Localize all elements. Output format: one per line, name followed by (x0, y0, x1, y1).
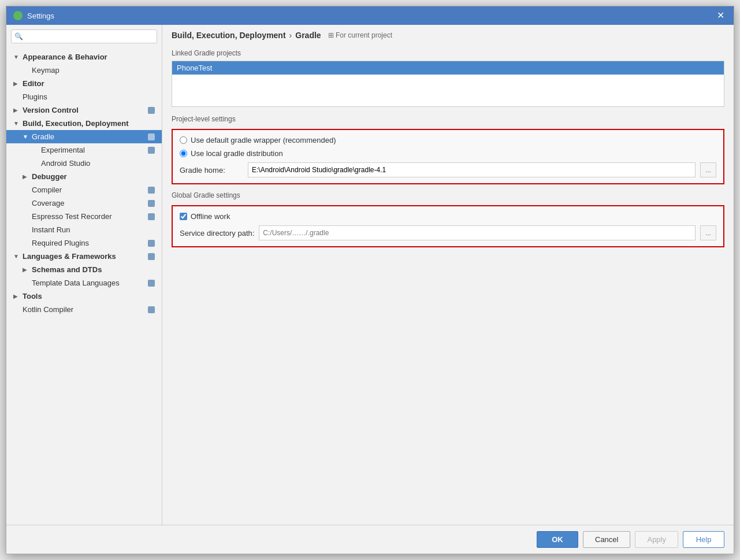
ok-button[interactable]: OK (537, 531, 578, 548)
sidebar-item-label: Instant Run (32, 225, 155, 234)
sidebar-item-appearance[interactable]: ▼ Appearance & Behavior (6, 50, 162, 64)
sidebar-item-gradle[interactable]: ▼ Gradle (6, 130, 162, 143)
search-box: 🔍 (11, 29, 157, 43)
badge-icon (148, 253, 155, 260)
service-dir-row: Service directory path: ... (180, 225, 716, 240)
sidebar-item-keymap[interactable]: Keymap (6, 64, 162, 77)
dialog-title: Settings (27, 12, 54, 20)
breadcrumb-part1: Build, Execution, Deployment (172, 31, 286, 40)
distribution-section: Use default gradle wrapper (recommended)… (172, 129, 724, 184)
local-dist-radio[interactable] (180, 150, 187, 157)
sidebar-item-build-execution[interactable]: ▼ Build, Execution, Deployment (6, 117, 162, 130)
sidebar: 🔍 ▼ Appearance & Behavior Keymap ▶ Edito… (6, 25, 162, 525)
arrow-icon: ▶ (23, 266, 29, 273)
sidebar-item-label: Build, Execution, Deployment (23, 119, 155, 128)
linked-projects-label: Linked Gradle projects (172, 49, 724, 57)
offline-work-checkbox[interactable] (180, 213, 187, 220)
badge-icon (148, 213, 155, 220)
sidebar-item-label: Keymap (32, 66, 155, 75)
offline-work-label[interactable]: Offline work (191, 212, 230, 221)
apply-button[interactable]: Apply (635, 531, 678, 548)
sidebar-item-plugins[interactable]: Plugins (6, 90, 162, 103)
badge-icon (148, 306, 155, 313)
service-dir-browse-button[interactable]: ... (700, 225, 716, 240)
title-bar: Settings ✕ (6, 6, 734, 25)
arrow-icon: ▶ (13, 107, 20, 113)
close-button[interactable]: ✕ (715, 11, 727, 20)
badge-icon (148, 133, 155, 140)
settings-dialog: Settings ✕ 🔍 ▼ Appearance & Behavior Key… (6, 6, 734, 554)
sidebar-item-debugger[interactable]: ▶ Debugger (6, 170, 162, 183)
sidebar-item-schemas[interactable]: ▶ Schemas and DTDs (6, 263, 162, 276)
sidebar-item-label: Espresso Test Recorder (32, 212, 143, 221)
sidebar-item-label: Kotlin Compiler (23, 305, 143, 314)
default-wrapper-row: Use default gradle wrapper (recommended) (180, 136, 716, 144)
service-dir-input[interactable] (259, 225, 696, 240)
default-wrapper-label[interactable]: Use default gradle wrapper (recommended) (191, 136, 336, 144)
gradle-home-row: Gradle home: ... (180, 162, 716, 177)
global-settings-section: Offline work Service directory path: ... (172, 205, 724, 247)
sidebar-item-label: Template Data Languages (32, 279, 143, 287)
breadcrumb: Build, Execution, Deployment › Gradle ⊞ … (162, 25, 734, 43)
sidebar-item-tools[interactable]: ▶ Tools (6, 290, 162, 303)
dialog-body: 🔍 ▼ Appearance & Behavior Keymap ▶ Edito… (6, 25, 734, 525)
content-area: Linked Gradle projects PhoneTest Project… (162, 43, 734, 525)
sidebar-item-editor[interactable]: ▶ Editor (6, 77, 162, 90)
arrow-icon: ▶ (13, 293, 20, 299)
help-button[interactable]: Help (683, 531, 724, 548)
sidebar-item-label: Coverage (32, 199, 143, 207)
local-dist-row: Use local gradle distribution (180, 149, 716, 158)
offline-work-row: Offline work (180, 212, 716, 221)
sidebar-item-compiler[interactable]: Compiler (6, 183, 162, 196)
gradle-home-browse-button[interactable]: ... (700, 162, 716, 177)
badge-icon (148, 147, 155, 154)
sidebar-item-template-data[interactable]: Template Data Languages (6, 276, 162, 290)
sidebar-item-label: Editor (23, 79, 155, 88)
projects-list[interactable]: PhoneTest (172, 61, 724, 107)
sidebar-item-label: Languages & Frameworks (23, 252, 143, 261)
sidebar-item-label: Gradle (32, 132, 143, 141)
breadcrumb-note: ⊞ For current project (328, 31, 392, 39)
service-dir-label: Service directory path: (180, 229, 254, 238)
badge-icon (148, 200, 155, 207)
main-content: Build, Execution, Deployment › Gradle ⊞ … (162, 25, 734, 525)
sidebar-item-instant-run[interactable]: Instant Run (6, 223, 162, 236)
sidebar-item-label: Tools (23, 292, 155, 301)
sidebar-item-espresso[interactable]: Espresso Test Recorder (6, 210, 162, 223)
project-list-item[interactable]: PhoneTest (172, 61, 724, 75)
local-dist-label[interactable]: Use local gradle distribution (191, 149, 283, 158)
badge-icon (148, 240, 155, 247)
sidebar-item-label: Required Plugins (32, 239, 143, 247)
badge-icon (148, 280, 155, 287)
sidebar-item-required-plugins[interactable]: Required Plugins (6, 236, 162, 250)
sidebar-item-label: Debugger (32, 172, 155, 181)
sidebar-item-label: Experimental (41, 146, 143, 154)
sidebar-item-label: Plugins (23, 92, 155, 101)
sidebar-item-label: Android Studio (41, 159, 155, 168)
sidebar-item-label: Compiler (32, 186, 143, 194)
sidebar-item-label: Schemas and DTDs (32, 265, 155, 274)
sidebar-item-android-studio[interactable]: Android Studio (6, 157, 162, 170)
gradle-home-label: Gradle home: (180, 166, 243, 175)
breadcrumb-separator: › (289, 31, 292, 40)
sidebar-item-experimental[interactable]: Experimental (6, 143, 162, 157)
cancel-button[interactable]: Cancel (583, 531, 630, 548)
nav-tree: ▼ Appearance & Behavior Keymap ▶ Editor … (6, 48, 162, 525)
badge-icon (148, 107, 155, 114)
project-level-settings-label: Project-level settings (172, 115, 724, 123)
sidebar-item-coverage[interactable]: Coverage (6, 196, 162, 210)
arrow-icon: ▶ (13, 80, 20, 87)
sidebar-item-version-control[interactable]: ▶ Version Control (6, 103, 162, 117)
gradle-home-input[interactable] (248, 162, 696, 177)
arrow-icon: ▼ (13, 120, 20, 127)
arrow-icon: ▼ (13, 54, 20, 60)
sidebar-item-kotlin-compiler[interactable]: Kotlin Compiler (6, 303, 162, 316)
dialog-footer: OK Cancel Apply Help (6, 525, 734, 554)
app-icon (13, 11, 23, 20)
sidebar-item-languages[interactable]: ▼ Languages & Frameworks (6, 250, 162, 263)
sidebar-item-label: Version Control (23, 106, 143, 114)
global-gradle-settings-label: Global Gradle settings (172, 191, 724, 199)
default-wrapper-radio[interactable] (180, 136, 187, 144)
search-input[interactable] (11, 29, 157, 43)
arrow-icon: ▶ (23, 173, 29, 180)
